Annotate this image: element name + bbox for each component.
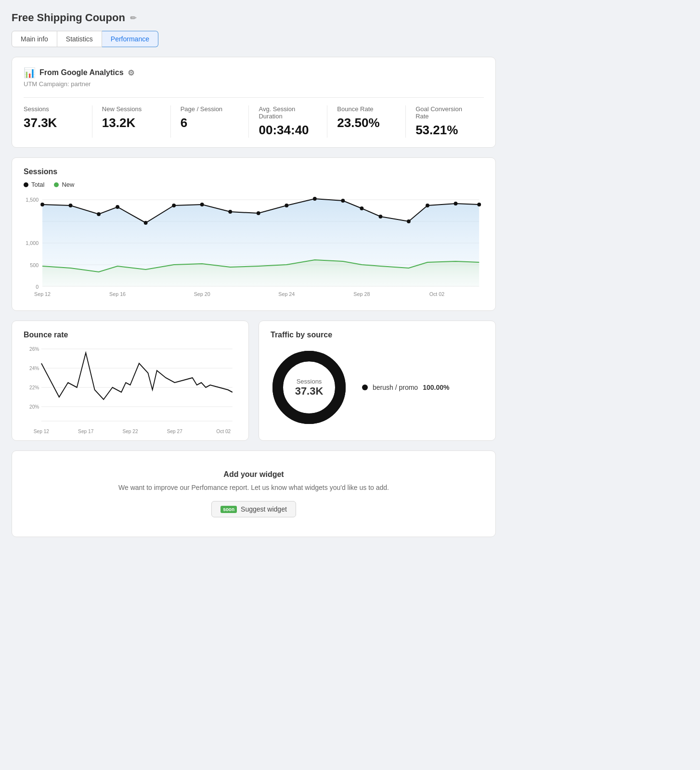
svg-text:1,000: 1,000: [26, 240, 39, 246]
traffic-source-card: Traffic by source Sessions 37.3K berush …: [259, 321, 496, 441]
add-widget-card: Add your widget We want to improve our P…: [12, 450, 496, 537]
metric-value-page-session: 6: [181, 116, 239, 130]
settings-icon[interactable]: ⚙: [128, 68, 134, 77]
soon-badge: soon: [220, 506, 237, 513]
analytics-card: 📊 From Google Analytics ⚙ UTM Campaign: …: [12, 57, 496, 148]
traffic-chart-title: Traffic by source: [271, 331, 484, 339]
add-widget-title: Add your widget: [24, 470, 484, 479]
metric-label-new-sessions: New Sessions: [102, 105, 161, 113]
metric-new-sessions: New Sessions 13.2K: [102, 105, 171, 138]
donut-sessions-label: Sessions: [295, 378, 324, 385]
svg-text:26%: 26%: [29, 346, 39, 352]
traffic-legend: berush / promo 100.00%: [362, 384, 449, 391]
legend-label-total: Total: [31, 181, 44, 188]
bounce-rate-card: Bounce rate 26% 24% 22% 20% Sep 12 Sep 1…: [12, 321, 249, 441]
tab-performance[interactable]: Performance: [102, 31, 158, 47]
svg-text:Oct 02: Oct 02: [216, 428, 231, 434]
svg-point-20: [313, 197, 317, 201]
svg-text:Sep 12: Sep 12: [34, 428, 49, 434]
svg-text:24%: 24%: [29, 365, 39, 371]
metrics-row: Sessions 37.3K New Sessions 13.2K Page /…: [24, 97, 484, 138]
bounce-chart-title: Bounce rate: [24, 331, 237, 339]
svg-point-18: [257, 211, 260, 215]
metric-bounce-rate: Bounce Rate 23.50%: [337, 105, 406, 138]
sessions-chart-legend: Total New: [24, 181, 484, 188]
bottom-charts: Bounce rate 26% 24% 22% 20% Sep 12 Sep 1…: [12, 321, 496, 441]
tab-bar: Main info Statistics Performance: [12, 31, 496, 47]
svg-text:0: 0: [36, 284, 39, 290]
donut-chart: Sessions 37.3K: [271, 349, 348, 426]
metric-sessions: Sessions 37.3K: [24, 105, 92, 138]
bounce-chart: 26% 24% 22% 20% Sep 12 Sep 17 Sep 22 Sep…: [24, 344, 237, 431]
traffic-source-name: berush / promo: [373, 384, 418, 391]
traffic-legend-item: berush / promo 100.00%: [362, 384, 449, 391]
analytics-icon: 📊: [24, 67, 36, 78]
analytics-header: 📊 From Google Analytics ⚙: [24, 67, 484, 78]
metric-value-bounce-rate: 23.50%: [337, 116, 396, 130]
metric-page-session: Page / Session 6: [181, 105, 249, 138]
svg-point-14: [144, 221, 148, 225]
svg-point-21: [341, 199, 345, 203]
add-widget-description: We want to improve our Perfomance report…: [24, 484, 484, 491]
traffic-dot: [362, 385, 368, 390]
svg-point-26: [454, 202, 458, 205]
donut-sessions-value: 37.3K: [295, 385, 324, 398]
metric-label-bounce-rate: Bounce Rate: [337, 105, 396, 113]
tab-main-info[interactable]: Main info: [12, 31, 57, 47]
sessions-chart-card: Sessions Total New 1,500 1,000 500 0: [12, 157, 496, 311]
donut-label: Sessions 37.3K: [295, 378, 324, 398]
metric-label-avg-duration: Avg. Session Duration: [259, 105, 317, 120]
metric-label-sessions: Sessions: [24, 105, 82, 113]
metric-value-avg-duration: 00:34:40: [259, 123, 317, 138]
svg-point-12: [97, 212, 101, 216]
analytics-title: From Google Analytics: [39, 68, 124, 77]
svg-text:Sep 17: Sep 17: [78, 428, 93, 434]
metric-avg-duration: Avg. Session Duration 00:34:40: [259, 105, 327, 138]
suggest-widget-label: Suggest widget: [241, 505, 287, 513]
legend-dot-total: [24, 182, 28, 187]
edit-icon[interactable]: ✏: [130, 13, 136, 23]
metric-label-goal-conversion: Goal Conversion Rate: [415, 105, 474, 120]
legend-total: Total: [24, 181, 44, 188]
svg-point-10: [40, 203, 44, 206]
tab-statistics[interactable]: Statistics: [57, 31, 102, 47]
svg-text:Sep 16: Sep 16: [109, 291, 126, 297]
svg-text:Oct 02: Oct 02: [429, 291, 445, 297]
svg-text:Sep 12: Sep 12: [34, 291, 51, 297]
svg-text:Sep 27: Sep 27: [167, 428, 182, 434]
svg-point-19: [285, 204, 288, 207]
traffic-source-pct: 100.00%: [423, 384, 449, 391]
svg-text:20%: 20%: [29, 404, 39, 410]
svg-text:Sep 20: Sep 20: [194, 291, 210, 297]
metric-label-page-session: Page / Session: [181, 105, 239, 113]
page-title: Free Shipping Coupon ✏: [12, 12, 496, 24]
svg-text:Sep 22: Sep 22: [122, 428, 138, 434]
sessions-chart: 1,500 1,000 500 0: [24, 195, 484, 301]
sessions-chart-title: Sessions: [24, 167, 484, 176]
svg-point-23: [378, 215, 382, 218]
utm-label: UTM Campaign: partner: [24, 80, 484, 88]
svg-point-16: [200, 203, 204, 206]
legend-new: New: [54, 181, 74, 188]
traffic-content: Sessions 37.3K berush / promo 100.00%: [271, 344, 484, 426]
legend-dot-new: [54, 182, 59, 187]
metric-value-sessions: 37.3K: [24, 116, 82, 130]
svg-point-27: [477, 203, 481, 206]
metric-value-goal-conversion: 53.21%: [415, 123, 474, 138]
legend-label-new: New: [62, 181, 74, 188]
title-text: Free Shipping Coupon: [12, 12, 125, 24]
metric-goal-conversion: Goal Conversion Rate 53.21%: [415, 105, 484, 138]
metric-value-new-sessions: 13.2K: [102, 116, 161, 130]
svg-point-17: [228, 210, 232, 214]
svg-point-25: [426, 204, 429, 207]
svg-point-15: [172, 204, 176, 207]
svg-point-24: [407, 219, 411, 223]
svg-point-22: [360, 206, 363, 210]
svg-point-13: [116, 205, 119, 209]
svg-text:1,500: 1,500: [26, 197, 39, 203]
suggest-widget-button[interactable]: soon Suggest widget: [211, 501, 296, 517]
svg-point-11: [69, 204, 73, 207]
svg-text:Sep 24: Sep 24: [278, 291, 295, 297]
svg-text:22%: 22%: [29, 385, 39, 390]
svg-text:500: 500: [30, 262, 39, 268]
